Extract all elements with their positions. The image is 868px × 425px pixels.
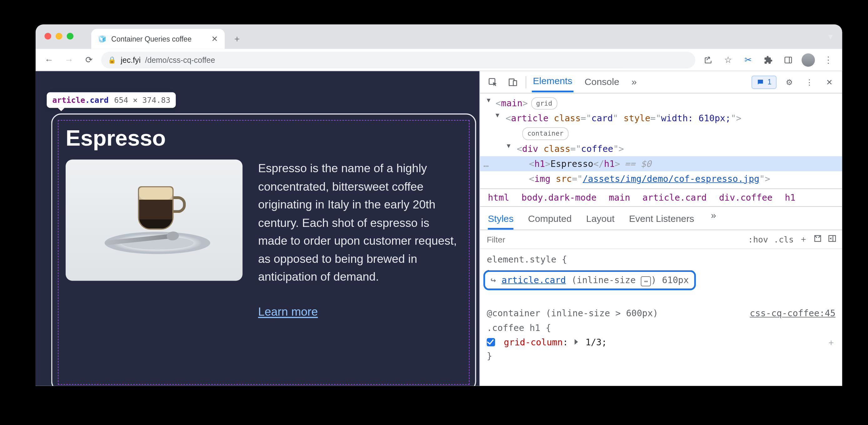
forward-button[interactable]: → <box>61 52 77 67</box>
crumb-main[interactable]: main <box>609 193 630 203</box>
property-value[interactable]: 1/3; <box>585 336 607 347</box>
tab-strip: 🧊 Container Queries coffee ✕ ＋ ▼ <box>36 24 842 49</box>
styles-filter-input[interactable] <box>480 235 742 244</box>
computed-panel-icon[interactable] <box>813 234 822 245</box>
back-button[interactable]: ← <box>41 52 57 67</box>
svg-rect-0 <box>785 57 792 63</box>
window-controls[interactable] <box>44 33 73 39</box>
tab-styles[interactable]: Styles <box>488 210 514 230</box>
tabs-overflow-icon[interactable]: ▼ <box>827 32 835 41</box>
tab-computed[interactable]: Computed <box>528 210 572 230</box>
container-at-rule: @container (inline-size > 600px) <box>487 308 658 319</box>
card-article: Espresso Espresso is the name of a highl… <box>51 113 476 386</box>
tooltip-tag: article <box>52 96 85 104</box>
favicon: 🧊 <box>98 34 106 43</box>
breadcrumbs[interactable]: html body.dark-mode main article.card di… <box>480 189 842 207</box>
devtools-panel: Elements Console » 1 ⚙ ⋮ ✕ ▼<main>grid ▼… <box>479 71 842 386</box>
selected-node[interactable]: …<h1>Espresso</h1>== $0 <box>480 156 842 171</box>
styles-filter-row: :hov .cls ＋ <box>480 230 842 249</box>
toolbar-icons: ☆ ✂︎ ⋮ <box>700 52 837 68</box>
url-host: jec.fyi <box>121 55 141 64</box>
cls-toggle[interactable]: .cls <box>774 234 794 244</box>
property-toggle[interactable] <box>487 338 495 346</box>
element-style-open: element.style { <box>487 253 835 267</box>
profile-avatar[interactable] <box>800 52 816 68</box>
lock-icon: 🔒 <box>108 56 116 64</box>
styles-tabs-overflow-icon[interactable]: » <box>711 210 716 230</box>
inspect-element-icon[interactable] <box>486 75 500 89</box>
grid-badge[interactable]: grid <box>531 97 557 110</box>
side-panel-icon[interactable] <box>780 52 796 68</box>
settings-icon[interactable]: ⚙ <box>782 75 796 89</box>
expand-shorthand-icon[interactable] <box>575 339 578 345</box>
rule-close: } <box>487 349 835 363</box>
source-link[interactable]: css-cq-coffee:45 <box>750 306 835 321</box>
card-image <box>66 160 243 281</box>
close-devtools-icon[interactable]: ✕ <box>822 75 836 89</box>
rule-selector: .coffee h1 { <box>487 323 551 333</box>
devtools-toolbar: Elements Console » 1 ⚙ ⋮ ✕ <box>480 71 842 93</box>
resize-icon[interactable]: ↔ <box>641 276 651 286</box>
crumb-article[interactable]: article.card <box>643 193 707 203</box>
tab-elements[interactable]: Elements <box>532 71 574 92</box>
crumb-h1[interactable]: h1 <box>785 193 796 203</box>
issues-count: 1 <box>768 78 772 86</box>
devtools-menu-icon[interactable]: ⋮ <box>802 75 816 89</box>
styles-tabbar: Styles Computed Layout Event Listeners » <box>480 207 842 230</box>
crumb-html[interactable]: html <box>488 193 509 203</box>
property-name[interactable]: grid-column <box>504 336 563 347</box>
share-icon[interactable] <box>700 52 716 68</box>
dom-tree[interactable]: ▼<main>grid ▼<article class="card" style… <box>480 93 842 189</box>
tabs-overflow-icon[interactable]: » <box>630 72 638 91</box>
toggle-sidebar-icon[interactable] <box>828 234 836 245</box>
reload-button[interactable]: ⟳ <box>81 52 97 67</box>
tab-console[interactable]: Console <box>584 72 620 91</box>
svg-rect-4 <box>514 80 517 85</box>
tooltip-class: .card <box>85 96 108 104</box>
scissors-icon[interactable]: ✂︎ <box>740 52 756 68</box>
img-src-link[interactable]: /assets/img/demo/cof-espresso.jpg <box>583 173 760 184</box>
crumb-div[interactable]: div.coffee <box>719 193 772 203</box>
tab-title: Container Queries coffee <box>111 35 192 43</box>
address-bar: ← → ⟳ 🔒 jec.fyi/demo/css-cq-coffee ☆ ✂︎ … <box>36 49 842 71</box>
close-tab-icon[interactable]: ✕ <box>211 34 218 43</box>
tooltip-dimensions: 654 × 374.83 <box>114 96 170 104</box>
add-property-icon[interactable]: ＋ <box>827 335 835 349</box>
container-badge[interactable]: container <box>522 128 568 140</box>
hov-toggle[interactable]: :hov <box>748 234 768 244</box>
inspector-tooltip: article.card 654 × 374.83 <box>46 92 176 108</box>
cq-selector[interactable]: article.card <box>501 273 566 288</box>
new-rule-icon[interactable]: ＋ <box>799 234 808 245</box>
crumb-body[interactable]: body.dark-mode <box>522 193 597 203</box>
container-query-badge[interactable]: ↪ article.card (inline-size ↔) 610px <box>484 270 696 290</box>
device-toolbar-icon[interactable] <box>506 75 520 89</box>
maximize-window[interactable] <box>67 33 73 39</box>
page-viewport: article.card 654 × 374.83 Espresso Espre… <box>36 71 479 386</box>
browser-window: 🧊 Container Queries coffee ✕ ＋ ▼ ← → ⟳ 🔒… <box>36 24 842 386</box>
url-field[interactable]: 🔒 jec.fyi/demo/css-cq-coffee <box>101 52 695 68</box>
tab-event-listeners[interactable]: Event Listeners <box>629 210 694 230</box>
tab-layout[interactable]: Layout <box>586 210 615 230</box>
extensions-icon[interactable] <box>760 52 776 68</box>
issues-badge[interactable]: 1 <box>751 75 776 89</box>
browser-tab[interactable]: 🧊 Container Queries coffee ✕ <box>91 29 225 49</box>
close-window[interactable] <box>44 33 51 39</box>
browser-menu-icon[interactable]: ⋮ <box>820 52 836 68</box>
bookmark-icon[interactable]: ☆ <box>720 52 736 68</box>
new-tab-button[interactable]: ＋ <box>229 31 245 47</box>
url-path: /demo/css-cq-coffee <box>145 55 215 64</box>
minimize-window[interactable] <box>56 33 62 39</box>
cq-size: 610px <box>662 273 689 288</box>
styles-body: element.style { } ↪ article.card (inline… <box>480 249 842 366</box>
